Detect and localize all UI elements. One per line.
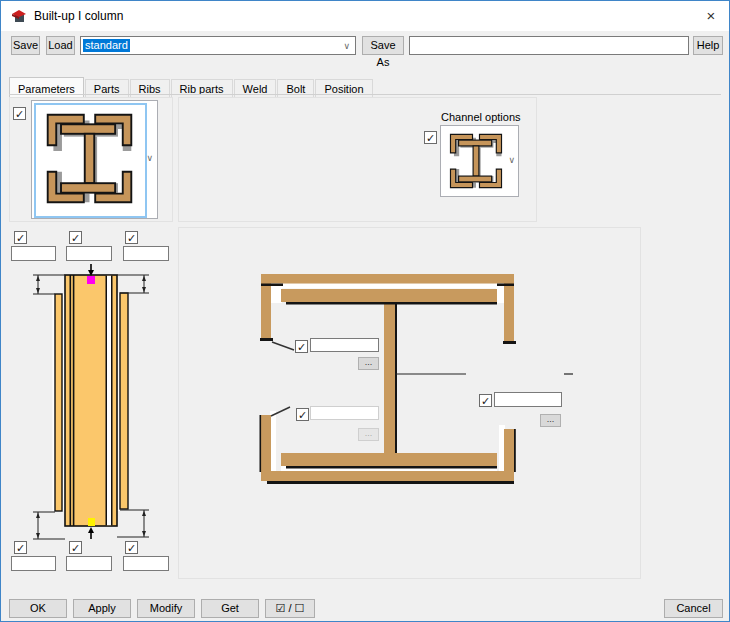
channel-options-checkbox[interactable]: ✓ [424, 131, 437, 144]
plate-bottom-checkbox[interactable]: ✓ [296, 408, 309, 421]
dim-bottom-input-3[interactable] [123, 556, 169, 571]
ok-button[interactable]: OK [9, 599, 67, 618]
profile-image-combobox[interactable]: ∨ [31, 100, 158, 219]
right-side-plate [120, 293, 128, 509]
plate-right-browse-button[interactable]: ... [540, 414, 561, 427]
apply-button[interactable]: Apply [73, 599, 131, 618]
bottom-angle-bar [261, 471, 514, 481]
plate-right-input[interactable] [494, 392, 562, 407]
load-button[interactable]: Load [46, 36, 75, 55]
plate-top-checkbox[interactable]: ✓ [295, 340, 308, 353]
dim-top-checkbox-1[interactable]: ✓ [14, 231, 27, 244]
get-button[interactable]: Get [201, 599, 259, 618]
preset-selected-text: standard [83, 39, 130, 52]
profile-checkbox[interactable]: ✓ [13, 107, 26, 120]
i-beam-with-angles-icon [447, 132, 505, 190]
plate-bottom-browse-button[interactable]: ... [358, 428, 379, 441]
dim-bottom-checkbox-2[interactable]: ✓ [69, 541, 82, 554]
dim-bottom-input-2[interactable] [66, 556, 112, 571]
chevron-down-icon[interactable]: ∨ [508, 155, 515, 165]
plate-top-browse-button[interactable]: ... [358, 357, 379, 370]
window-title: Built-up I column [34, 9, 123, 23]
column-elevation-diagram [9, 263, 173, 541]
app-icon [11, 8, 27, 24]
web [384, 302, 395, 453]
bottom-flange [281, 453, 497, 466]
channel-image-combobox[interactable]: ∨ [440, 125, 519, 197]
bottom-left-angle-leg [261, 415, 271, 472]
profile-image-selected[interactable] [34, 103, 147, 218]
save-as-name-input[interactable] [409, 36, 689, 55]
dim-bottom-checkbox-3[interactable]: ✓ [125, 541, 138, 554]
end-handle-yellow [88, 518, 95, 526]
dialog-built-up-i-column: Built-up I column × Save Load standard ∨… [0, 0, 730, 622]
start-handle-magenta [87, 276, 95, 284]
cross-section-diagram [178, 227, 641, 579]
save-as-button[interactable]: Save As [362, 36, 404, 55]
dim-top-checkbox-3[interactable]: ✓ [125, 231, 138, 244]
cancel-button[interactable]: Cancel [664, 599, 723, 618]
dim-bottom-checkbox-1[interactable]: ✓ [14, 541, 27, 554]
i-beam-with-angles-icon [42, 111, 137, 206]
dim-top-input-2[interactable] [66, 246, 112, 261]
dim-top-input-3[interactable] [123, 246, 169, 261]
help-button[interactable]: Help [693, 36, 723, 55]
top-angle-bar [261, 274, 514, 284]
title-bar: Built-up I column × [1, 1, 729, 31]
close-icon[interactable]: × [699, 4, 723, 28]
left-side-plate [55, 294, 62, 511]
modify-button[interactable]: Modify [137, 599, 195, 618]
save-button[interactable]: Save [11, 36, 40, 55]
channel-options-label: Channel options [441, 111, 521, 123]
tab-bar: ParametersPartsRibsRib partsWeldBoltPosi… [9, 77, 374, 95]
bottom-right-angle-leg [504, 429, 514, 472]
tab-strip-divider [9, 94, 721, 95]
chevron-down-icon[interactable]: ∨ [146, 153, 153, 163]
chevron-down-icon[interactable]: ∨ [343, 41, 350, 51]
top-flange [281, 289, 497, 302]
plate-top-input[interactable] [310, 338, 379, 352]
toggle-all-checkboxes-button[interactable]: ☑ / ☐ [265, 599, 315, 618]
dim-top-input-1[interactable] [11, 246, 56, 261]
plate-bottom-input[interactable] [310, 406, 379, 420]
dim-bottom-input-1[interactable] [11, 556, 56, 571]
preset-combobox[interactable]: standard ∨ [80, 36, 356, 55]
dim-top-checkbox-2[interactable]: ✓ [69, 231, 82, 244]
plate-right-checkbox[interactable]: ✓ [479, 394, 492, 407]
